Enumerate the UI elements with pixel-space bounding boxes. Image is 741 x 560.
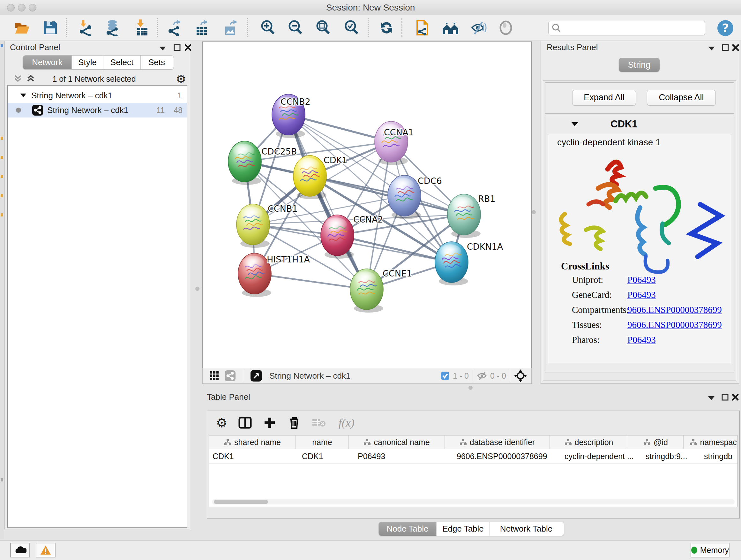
fit-content-crosshair-icon[interactable] [514,369,527,382]
birdseye-view-icon[interactable] [250,370,262,382]
panel-menu-icon[interactable] [708,45,716,51]
crosslink-label: Pharos: [572,334,600,345]
panel-close-icon[interactable] [184,44,192,51]
crosslink-value-link[interactable]: P06493 [627,274,656,285]
zoom-fit-icon[interactable] [315,19,332,36]
network-node-HIST1H1A[interactable] [238,253,271,297]
panel-close-icon[interactable] [731,393,739,401]
expand-all-button[interactable]: Expand All [572,90,636,106]
network-node-CCNA2[interactable] [321,215,354,259]
crosslink-value-link[interactable]: 9606.ENSP00000378699 [627,305,722,315]
node-label-CCNE1: CCNE1 [383,268,412,278]
panel-float-icon[interactable] [721,393,729,401]
network-node-CDC25B[interactable] [228,141,261,185]
import-network-file-icon[interactable] [78,19,95,36]
network-options-gear-icon[interactable]: ⚙ [176,72,186,86]
delete-column-icon[interactable] [288,416,300,429]
protein-entry-header[interactable]: CDK1 [545,115,734,133]
table-cell[interactable]: stringdb:9... [643,449,701,463]
show-eye-icon[interactable] [498,19,515,36]
collapse-triangle-icon[interactable] [571,121,579,127]
column-header-shared-name[interactable]: shared name [209,435,296,449]
select-columns-icon[interactable] [239,416,252,429]
delete-table-icon[interactable] [312,418,326,428]
network-collection-row[interactable]: String Network – cdk1 1 [8,88,187,103]
tab-string[interactable]: String [619,58,660,72]
table-cell[interactable]: CDK1 [209,449,299,463]
crosslink-value-link[interactable]: P06493 [627,334,656,345]
export-network-icon[interactable] [167,19,184,36]
open-session-icon[interactable] [14,19,30,36]
memory-button[interactable]: Memory [690,543,730,557]
network-node-CDKN1A[interactable] [435,242,468,286]
table-cell[interactable]: CDK1 [299,449,354,463]
collapse-all-button[interactable]: Collapse All [647,90,716,106]
selected-checkbox-icon[interactable] [441,371,450,380]
network-node-RB1[interactable] [448,194,481,238]
table-row[interactable]: CDK1CDK1P064939606.ENSP00000378699cyclin… [209,449,737,463]
document-network-icon[interactable] [414,19,430,36]
export-image-icon[interactable] [223,19,239,36]
hide-selected-eye-icon[interactable] [470,19,487,36]
refresh-view-icon[interactable] [379,19,395,36]
zoom-selected-icon[interactable] [343,19,360,36]
table-cell[interactable]: P06493 [354,449,454,463]
network-node-CCNE1[interactable] [350,269,383,313]
import-network-database-icon[interactable] [105,19,121,36]
table-hscrollbar-thumb[interactable] [214,500,268,504]
column-header-canonical-name[interactable]: canonical name [349,435,445,449]
column-header-database-identifier[interactable]: database identifier [445,435,550,449]
zoom-in-icon[interactable] [260,19,276,36]
network-row-selected[interactable]: String Network – cdk1 11 48 [8,103,187,118]
collapse-all-icon[interactable] [13,74,23,83]
panel-menu-icon[interactable] [158,45,167,51]
panel-float-icon[interactable] [722,44,729,51]
tab-network-table[interactable]: Network Table [490,522,562,536]
add-column-icon[interactable] [263,416,276,429]
column-header-name[interactable]: name [296,435,349,449]
help-icon[interactable]: ? [717,19,733,36]
column-header-description[interactable]: description [550,435,628,449]
network-graph[interactable]: CCNB2CCNA1CDC25BCDK1CDC6RB1CCNB1CCNA2CDK… [203,42,531,368]
table-settings-gear-icon[interactable]: ⚙ [216,415,227,430]
tab-select[interactable]: Select [104,56,141,69]
share-view-icon[interactable] [224,370,236,381]
panel-close-icon[interactable] [732,44,739,51]
panel-float-icon[interactable] [173,44,181,51]
table-cell[interactable]: cyclin-dependent ... [561,449,643,463]
tab-edge-table[interactable]: Edge Table [436,522,490,536]
tab-sets[interactable]: Sets [141,56,173,69]
save-session-icon[interactable] [42,19,59,36]
houses-icon[interactable] [442,19,459,36]
network-node-CDK1[interactable] [293,155,327,199]
function-builder-icon[interactable]: f(x) [339,416,354,429]
search-input[interactable] [563,22,702,34]
bottom-splitter-handle[interactable] [468,386,473,390]
warning-status-button[interactable] [36,543,56,557]
right-splitter-handle[interactable] [532,210,536,214]
expand-up-icon[interactable] [26,74,36,83]
tab-node-table[interactable]: Node Table [379,522,436,536]
network-canvas[interactable]: CCNB2CCNA1CDC25BCDK1CDC6RB1CCNB1CCNA2CDK… [202,42,532,368]
column-header-namespace[interactable]: namespace [684,435,738,449]
network-node-CCNB1[interactable] [237,204,270,248]
network-edge-HIST1H1A-CCNE1[interactable] [255,273,367,289]
export-table-icon[interactable] [194,19,211,36]
tab-network[interactable]: Network [23,56,72,69]
table-cell[interactable]: stringdb [701,449,738,463]
crosslink-value-link[interactable]: P06493 [627,290,656,300]
collapse-triangle-icon[interactable] [20,92,27,98]
network-node-CDC6[interactable] [388,175,421,219]
column-header--id[interactable]: @id [628,435,684,449]
table-hscrollbar[interactable] [212,499,735,504]
grid-view-icon[interactable] [210,371,219,381]
zoom-out-icon[interactable] [287,19,304,36]
crosslink-value-link[interactable]: 9606.ENSP00000378699 [627,320,722,330]
cloud-status-button[interactable] [10,543,30,557]
import-table-file-icon[interactable] [134,19,151,36]
panel-menu-icon[interactable] [707,395,716,401]
hidden-eye-icon[interactable] [477,371,487,380]
tab-style[interactable]: Style [72,56,104,69]
left-splitter-handle[interactable] [195,287,199,291]
table-cell[interactable]: 9606.ENSP00000378699 [454,449,561,463]
